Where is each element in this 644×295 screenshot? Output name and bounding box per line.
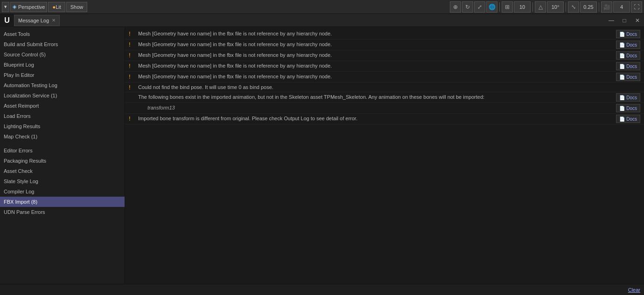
- window-controls: — □ ✕: [605, 14, 644, 27]
- perspective-btn[interactable]: ◈ Perspective: [10, 2, 47, 12]
- camera-speed-btn[interactable]: 4: [613, 1, 630, 13]
- grid-size-value: 10: [519, 4, 525, 10]
- sidebar-item-6[interactable]: Localization Service (1): [0, 90, 125, 101]
- warning-icon-0: !: [129, 30, 136, 37]
- log-entry-6: !Imported bone transform is different fr…: [125, 114, 644, 124]
- sidebar-item-3[interactable]: Blueprint Log: [0, 60, 125, 70]
- log-entry-5: !Could not find the bind pose. It will u…: [125, 82, 644, 92]
- toolbar-separator4: [599, 2, 599, 12]
- dropdown-arrow-btn[interactable]: ▾: [2, 2, 9, 12]
- bone-docs-btn-5[interactable]: 📄 Docs: [616, 104, 640, 112]
- window-controls-bar: U Message Log ✕ — □ ✕: [0, 14, 644, 27]
- sidebar-item-0[interactable]: Asset Tools: [0, 29, 125, 39]
- sidebar-item-9[interactable]: Lighting Results: [0, 121, 125, 131]
- warning-icon-3: !: [129, 62, 136, 69]
- log-entry-2: !Mesh [Geometry have no name] in the fbx…: [125, 50, 644, 61]
- scale-value: 0.25: [583, 4, 593, 10]
- app-logo: U: [0, 14, 14, 27]
- docs-btn-0[interactable]: 📄 Docs: [616, 30, 640, 38]
- toolbar-separator3: [566, 2, 566, 12]
- tab-close-btn[interactable]: ✕: [52, 18, 56, 23]
- grid-size-btn[interactable]: 10: [514, 1, 531, 13]
- angle-value-btn[interactable]: 10°: [547, 1, 564, 13]
- warning-icon-1: !: [129, 41, 136, 48]
- docs-btn-1[interactable]: 📄 Docs: [616, 41, 640, 49]
- warning-icon-2: !: [129, 52, 136, 59]
- log-subtext-5: The following bones exist in the importe…: [125, 92, 644, 103]
- log-bone-row-5: !transform13📄 Docs: [125, 103, 644, 114]
- scale-mode-btn[interactable]: ⤢: [474, 1, 485, 13]
- bottom-bar: Clear: [0, 284, 644, 295]
- docs-btn-2[interactable]: 📄 Docs: [616, 51, 640, 60]
- sidebar: Asset ToolsBuild and Submit ErrorsSource…: [0, 27, 125, 284]
- sidebar-item-7[interactable]: Asset Reimport: [0, 101, 125, 111]
- docs-btn-4[interactable]: 📄 Docs: [616, 73, 640, 81]
- scale-value-btn[interactable]: 0.25: [580, 1, 597, 13]
- sidebar-item-12[interactable]: Editor Errors: [0, 145, 125, 156]
- maximize-btn[interactable]: □: [618, 14, 631, 27]
- warning-icon-5: !: [129, 84, 136, 91]
- angle-value: 10°: [552, 4, 560, 10]
- toolbar-left: ▾ ◈ Perspective ● Lit Show: [2, 2, 87, 12]
- sidebar-item-15[interactable]: Slate Style Log: [0, 176, 125, 186]
- snap-btn[interactable]: ⊞: [502, 1, 513, 13]
- rotate-mode-btn[interactable]: ↻: [462, 1, 473, 13]
- log-entry-4: !Mesh [Geometry have no name] in the fbx…: [125, 72, 644, 82]
- scale-snap-btn[interactable]: ⤡: [568, 1, 579, 13]
- sidebar-item-8[interactable]: Load Errors: [0, 111, 125, 121]
- perspective-label: Perspective: [18, 4, 45, 10]
- transform-mode-btn[interactable]: ⊕: [450, 1, 461, 13]
- toolbar-separator: [499, 2, 500, 12]
- camera-speed-value: 4: [620, 4, 623, 10]
- log-text-1: Mesh [Geometry have no name] in the fbx …: [138, 41, 616, 48]
- log-area: !Mesh [Geometry have no name] in the fbx…: [125, 27, 644, 284]
- sidebar-item-17[interactable]: FBX Import (8): [0, 197, 125, 207]
- log-text-6: Imported bone transform is different fro…: [138, 115, 616, 122]
- docs-btn-3[interactable]: 📄 Docs: [616, 62, 640, 70]
- sidebar-spacer: [0, 142, 125, 145]
- clear-button[interactable]: Clear: [628, 287, 640, 293]
- log-text-2: Mesh [Geometry have no name] in the fbx …: [138, 51, 616, 59]
- message-log-tab[interactable]: Message Log ✕: [14, 15, 60, 26]
- log-subtext-text-5: The following bones exist in the importe…: [138, 93, 616, 101]
- perspective-icon: ◈: [13, 4, 16, 10]
- log-entry-3: !Mesh [Geometry have no name] in the fbx…: [125, 61, 644, 72]
- bone-text-5: transform13: [147, 104, 616, 111]
- log-text-3: Mesh [Geometry have no name] in the fbx …: [138, 62, 616, 69]
- top-toolbar: ▾ ◈ Perspective ● Lit Show ⊕ ↻ ⤢ 🌐 ⊞ 10 …: [0, 0, 644, 14]
- log-text-0: Mesh [Geometry have no name] in the fbx …: [138, 30, 616, 37]
- lit-icon: ●: [52, 4, 56, 10]
- warning-icon-4: !: [129, 73, 136, 80]
- show-label: Show: [70, 4, 84, 10]
- sidebar-item-2[interactable]: Source Control (5): [0, 49, 125, 60]
- log-text-4: Mesh [Geometry have no name] in the fbx …: [138, 73, 616, 80]
- sidebar-item-1[interactable]: Build and Submit Errors: [0, 39, 125, 49]
- fullscreen-btn[interactable]: ⛶: [631, 1, 642, 13]
- dropdown-arrow-icon: ▾: [4, 4, 7, 10]
- sidebar-item-4[interactable]: Play In Editor: [0, 70, 125, 80]
- log-entry-1: !Mesh [Geometry have no name] in the fbx…: [125, 40, 644, 50]
- lit-btn[interactable]: ● Lit: [48, 2, 65, 12]
- log-text-5: Could not find the bind pose. It will us…: [138, 83, 640, 91]
- toolbar-right: ⊕ ↻ ⤢ 🌐 ⊞ 10 △ 10° ⤡ 0.25 🎥 4 ⛶: [450, 1, 642, 13]
- close-btn[interactable]: ✕: [631, 14, 644, 27]
- window-title-area: U Message Log ✕: [0, 14, 60, 27]
- docs-btn-6[interactable]: 📄 Docs: [616, 115, 640, 123]
- minimize-btn[interactable]: —: [605, 14, 618, 27]
- sidebar-item-13[interactable]: Packaging Results: [0, 156, 125, 166]
- log-entry-0: !Mesh [Geometry have no name] in the fbx…: [125, 29, 644, 40]
- sidebar-item-18[interactable]: UDN Parse Errors: [0, 207, 125, 217]
- lit-label: Lit: [56, 4, 61, 10]
- sidebar-item-10[interactable]: Map Check (1): [0, 131, 125, 142]
- camera-speed-icon-btn[interactable]: 🎥: [601, 1, 612, 13]
- sidebar-item-14[interactable]: Asset Check: [0, 166, 125, 176]
- docs-btn-sub-5[interactable]: 📄 Docs: [616, 93, 640, 102]
- show-btn[interactable]: Show: [66, 2, 88, 12]
- tab-label: Message Log: [18, 18, 49, 23]
- world-space-btn[interactable]: 🌐: [486, 1, 497, 13]
- sidebar-item-5[interactable]: Automation Testing Log: [0, 80, 125, 90]
- angle-snap-btn[interactable]: △: [535, 1, 546, 13]
- main-content: Asset ToolsBuild and Submit ErrorsSource…: [0, 27, 644, 284]
- warning-icon-6: !: [129, 115, 136, 122]
- sidebar-item-16[interactable]: Compiler Log: [0, 186, 125, 197]
